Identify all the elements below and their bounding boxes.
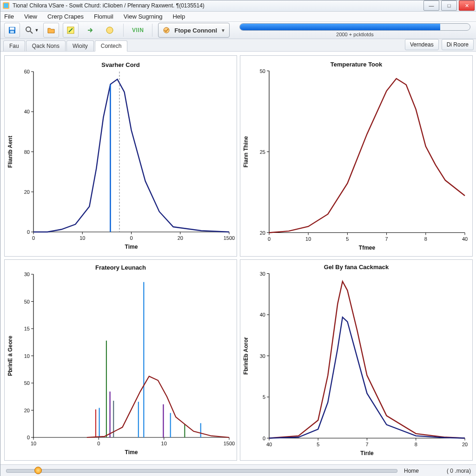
svg-point-9 [164,27,169,33]
menu-file[interactable]: File [4,13,14,20]
app-icon [2,2,10,9]
svg-text:Time: Time [125,449,138,456]
search-button[interactable]: ▼ [24,23,40,38]
svg-text:1500: 1500 [224,235,235,241]
svg-text:40: 40 [24,109,30,115]
svg-text:10: 10 [305,236,311,242]
svg-text:0: 0 [130,235,132,241]
svg-text:30: 30 [24,271,30,277]
svg-text:Gel By fana Cackmack: Gel By fana Cackmack [324,264,389,271]
save-button[interactable] [4,23,20,38]
svg-text:40: 40 [462,236,468,242]
plot-grid: Svarher Cord0100201500020804060TimeFlian… [0,52,476,464]
progress-label: 2000 + pcktlotds [336,32,373,37]
svg-text:25: 25 [260,149,265,155]
toolbar: ▼ VIIN Ftope Connonl ▼ 2000 + pcktlotds [0,22,476,39]
svg-text:0: 0 [32,235,35,241]
verndeas-button[interactable]: Verndeas [405,39,439,50]
svg-text:50: 50 [260,68,265,74]
svg-text:60: 60 [24,69,30,74]
svg-text:Flann Thine: Flann Thine [243,136,249,168]
menu-crerp[interactable]: Crerp Crapes [47,13,84,20]
svg-text:8: 8 [424,236,427,242]
svg-text:0: 0 [268,236,271,242]
title-bar: Tiona! Chilora VSare - Sowit Churd: iCli… [0,0,476,12]
dropdown-caret-icon: ▼ [35,28,39,33]
svg-point-8 [106,27,113,33]
app-window: Tiona! Chilora VSare - Sowit Churd: iCli… [0,0,476,476]
svg-text:Tfmee: Tfmee [359,245,376,251]
progress-fill [240,24,440,30]
tab-qacknons[interactable]: Qack Nons [26,40,66,51]
svg-text:80: 80 [24,149,30,155]
svg-text:20: 20 [260,230,265,236]
svg-text:Frateory Leunach: Frateory Leunach [95,264,146,271]
menu-bar: File View Crerp Crapes Flomuil View Sugr… [0,12,476,22]
scope-combo[interactable]: Ftope Connonl ▼ [158,23,230,38]
svg-text:7: 7 [385,236,388,242]
footer: Home ( 0 .mora) [0,464,476,476]
menu-view-sugrning[interactable]: View Sugrning [124,13,163,20]
chevron-down-icon: ▼ [221,28,225,33]
svg-text:20: 20 [24,189,30,195]
close-button[interactable]: ✕ [459,0,475,11]
svg-text:30: 30 [260,353,265,359]
go-button[interactable] [82,23,98,38]
tab-wioity[interactable]: Wioity [66,40,94,51]
svg-text:Temperature Took: Temperature Took [331,61,383,68]
svg-text:FbrinEb Aoror: FbrinEb Aoror [243,337,249,375]
svg-text:Svarher Cord: Svarher Cord [101,61,139,68]
svg-text:0: 0 [27,435,30,440]
folder-button[interactable] [43,23,59,38]
svg-rect-3 [10,27,14,30]
scope-icon [162,26,171,34]
home-label: Home [404,468,419,474]
timeline-slider[interactable] [6,469,397,473]
menu-flomuil[interactable]: Flomuil [94,13,113,20]
svg-text:7: 7 [365,442,368,447]
plot-frateory[interactable]: Frateory Leunach1001015000205010155030Ti… [4,259,237,461]
slider-thumb[interactable] [34,467,42,474]
scope-combo-label: Ftope Connonl [174,27,217,34]
toolbar-separator-2 [152,24,152,37]
progress-bar [239,23,470,31]
svg-text:40: 40 [260,312,265,317]
svg-line-6 [30,31,33,33]
svg-text:0: 0 [97,441,100,446]
status-icon-button[interactable] [102,23,118,38]
window-controls: — □ ✕ [423,0,475,11]
svg-text:0: 0 [27,229,30,235]
svg-text:20: 20 [24,408,30,413]
svg-text:15: 15 [24,326,30,331]
svg-text:8: 8 [415,442,417,447]
window-title: Tiona! Chilora VSare - Sowit Churd: iCli… [13,2,423,9]
plot-gelby[interactable]: Gel By fana Cackmack405782005304030Tirıl… [240,259,473,461]
footer-right-label: ( 0 .mora) [447,468,471,474]
svg-rect-4 [10,31,14,33]
viln-label[interactable]: VIIN [129,27,146,33]
svg-text:10: 10 [24,353,30,359]
svg-text:Fliantb Aent: Fliantb Aent [7,136,13,168]
svg-text:5: 5 [346,236,349,242]
plot-svarher[interactable]: Svarher Cord0100201500020804060TimeFlian… [4,55,237,257]
tab-fau[interactable]: Fau [3,40,25,51]
svg-text:5: 5 [317,442,319,447]
svg-text:5: 5 [263,394,265,400]
svg-text:50: 50 [24,380,30,386]
svg-text:Time: Time [125,244,138,250]
svg-text:10: 10 [79,235,85,241]
svg-text:Tirıle: Tirıle [360,450,374,456]
svg-text:30: 30 [260,271,265,277]
plot-temperature[interactable]: Temperature Took01057840202550TfmeeFlann… [240,55,473,257]
diroore-button[interactable]: Di Roore [442,39,474,50]
maximize-button[interactable]: □ [441,0,457,11]
tab-contech[interactable]: Contech [95,40,128,52]
svg-text:1500: 1500 [224,441,235,446]
svg-text:10: 10 [161,441,167,446]
minimize-button[interactable]: — [423,0,439,11]
svg-text:PbrinE à Geore: PbrinE à Geore [7,336,13,376]
svg-text:50: 50 [24,299,30,304]
edit-button[interactable] [63,23,79,38]
menu-view[interactable]: View [24,13,37,20]
menu-help[interactable]: Help [172,13,185,20]
